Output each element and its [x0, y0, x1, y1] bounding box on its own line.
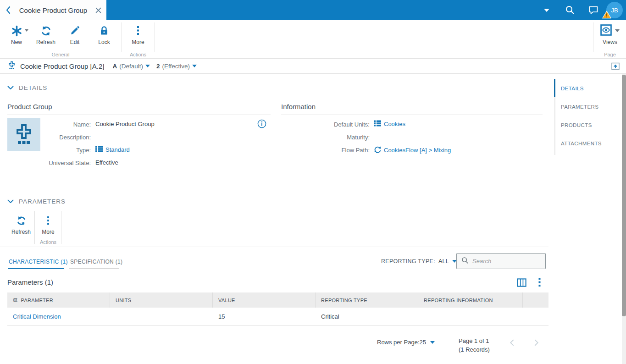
column-header-reporting-type[interactable]: REPORTING TYPE: [316, 292, 418, 308]
parameters-search[interactable]: [456, 253, 546, 269]
record-tab[interactable]: Cookie Product Group: [0, 0, 106, 20]
table-row[interactable]: Critical Dimension 15 Critical: [7, 308, 548, 326]
scrollbar-track[interactable]: [622, 74, 626, 364]
rows-per-page-selector[interactable]: Rows per Page:25: [377, 339, 435, 346]
views-button[interactable]: Views: [597, 24, 623, 45]
group-label-actions: Actions: [35, 239, 61, 245]
refresh-button[interactable]: Refresh: [33, 24, 59, 45]
back-chevron-icon[interactable]: [5, 6, 11, 15]
edit-button[interactable]: Edit: [61, 24, 88, 45]
new-button[interactable]: New: [3, 24, 30, 45]
ribbon-toolbar: New Refresh Edit Lock More: [0, 20, 626, 59]
record-header-bar: Cookie Product Group [A.2] A (Default) 2…: [0, 59, 626, 74]
refresh-icon: [8, 214, 34, 227]
toolbar-separator: [122, 22, 122, 52]
refresh-icon: [33, 24, 59, 38]
version-caret-icon: [192, 65, 197, 67]
info-icon[interactable]: [257, 119, 266, 130]
parameters-more-button[interactable]: More: [35, 214, 61, 235]
top-bar: Cookie Product Group JB: [0, 0, 626, 20]
reporting-type-filter[interactable]: REPORTING TYPE: ALL: [381, 258, 457, 265]
search-icon: [461, 257, 469, 266]
column-header-value[interactable]: VALUE: [213, 292, 316, 308]
revision-selector[interactable]: A (Default): [112, 63, 150, 70]
cell-actions: [523, 308, 548, 325]
details-section-title: DETAILS: [19, 84, 47, 91]
type-label: Type:: [7, 147, 91, 154]
product-group-subheader: Product Group: [7, 103, 271, 115]
cell-units: [110, 308, 213, 325]
rows-per-page-caret-icon: [430, 341, 435, 344]
more-dots-icon: [35, 214, 61, 227]
parameters-section-toggle[interactable]: PARAMETERS: [7, 198, 66, 205]
lock-icon: [91, 24, 117, 38]
global-search-icon[interactable]: [565, 5, 576, 16]
alpha-sort-icon: α: [13, 297, 18, 303]
column-header-reporting-information[interactable]: REPORTING INFORMATION: [418, 292, 523, 308]
flow-path-label: Flow Path:: [281, 147, 370, 154]
more-actions-button[interactable]: More: [125, 24, 151, 45]
tab-specification[interactable]: SPECIFICATION (1): [70, 259, 122, 265]
edit-pencil-icon: [61, 24, 88, 38]
tab-characteristic-underline: [8, 268, 64, 269]
user-initials: JB: [611, 7, 618, 14]
next-page-icon[interactable]: [534, 339, 539, 347]
parameter-link[interactable]: Critical Dimension: [13, 313, 61, 320]
default-units-label: Default Units:: [281, 121, 370, 128]
product-group-icon: [7, 61, 16, 72]
cell-reporting-type: Critical: [316, 308, 418, 325]
universal-state-label: Universal State:: [7, 160, 91, 166]
previous-page-icon[interactable]: [510, 339, 515, 347]
toolbar-separator: [155, 22, 155, 52]
revision-caret-icon: [145, 65, 150, 67]
views-dropdown-caret-icon[interactable]: [615, 29, 620, 32]
search-input[interactable]: [472, 258, 537, 265]
tab-characteristic[interactable]: CHARACTERISTIC (1): [9, 259, 68, 265]
section-divider: [0, 247, 548, 247]
warning-badge-icon[interactable]: [602, 11, 611, 21]
new-asterisk-icon: [3, 24, 30, 38]
group-label-page: Page: [594, 52, 626, 57]
column-header-parameter[interactable]: α PARAMETER: [7, 292, 110, 308]
record-title: Cookie Product Group [A.2]: [20, 62, 104, 70]
lock-button[interactable]: Lock: [91, 24, 117, 45]
description-label: Description:: [7, 134, 91, 141]
type-value[interactable]: Standard: [95, 146, 130, 154]
close-tab-icon[interactable]: [95, 7, 102, 14]
parameters-refresh-button[interactable]: Refresh: [8, 214, 34, 235]
flow-path-value[interactable]: CookiesFlow [A] > Mixing: [374, 146, 451, 154]
column-chooser-icon[interactable]: [517, 278, 526, 287]
maturity-label: Maturity:: [281, 134, 370, 141]
list-icon: [95, 146, 103, 154]
column-header-units[interactable]: UNITS: [110, 292, 213, 308]
sidebar-item-parameters[interactable]: PARAMETERS: [561, 104, 598, 110]
details-section-toggle[interactable]: DETAILS: [7, 84, 47, 91]
sidebar-item-attachments[interactable]: ATTACHMENTS: [561, 141, 602, 146]
parameters-table-title: Parameters (1): [7, 278, 53, 286]
scrollbar-thumb[interactable]: [622, 75, 626, 316]
app-window: Cookie Product Group JB New: [0, 0, 626, 364]
section-nav-active-indicator: [554, 79, 555, 97]
views-eye-icon: [600, 24, 612, 38]
messages-icon[interactable]: [588, 5, 599, 16]
cell-value: 15: [213, 308, 316, 325]
column-header-actions: [523, 292, 548, 308]
version-selector[interactable]: 2 (Effective): [156, 63, 197, 70]
table-more-dots-icon[interactable]: [538, 277, 541, 287]
default-units-value[interactable]: Cookies: [374, 120, 405, 128]
new-dropdown-caret-icon[interactable]: [25, 29, 28, 32]
sidebar-item-details[interactable]: DETAILS: [561, 86, 584, 91]
name-value: Cookie Product Group: [95, 121, 155, 127]
sidebar-item-products[interactable]: PRODUCTS: [561, 122, 592, 128]
tab-specification-underline: [69, 268, 119, 269]
records-label: (1 Records): [459, 345, 490, 354]
table-header-row: α PARAMETER UNITS VALUE REPORTING TYPE R…: [7, 292, 548, 308]
parameters-table: α PARAMETER UNITS VALUE REPORTING TYPE R…: [7, 292, 548, 326]
page-info: Page 1 of 1 (1 Records): [459, 336, 490, 354]
collapse-panel-icon[interactable]: [611, 62, 620, 70]
topbar-dropdown-caret-icon[interactable]: [544, 9, 549, 12]
toolbar-separator: [61, 211, 61, 244]
page-label: Page 1 of 1: [459, 336, 490, 345]
more-dots-icon: [125, 24, 151, 38]
group-label-actions: Actions: [122, 52, 154, 57]
